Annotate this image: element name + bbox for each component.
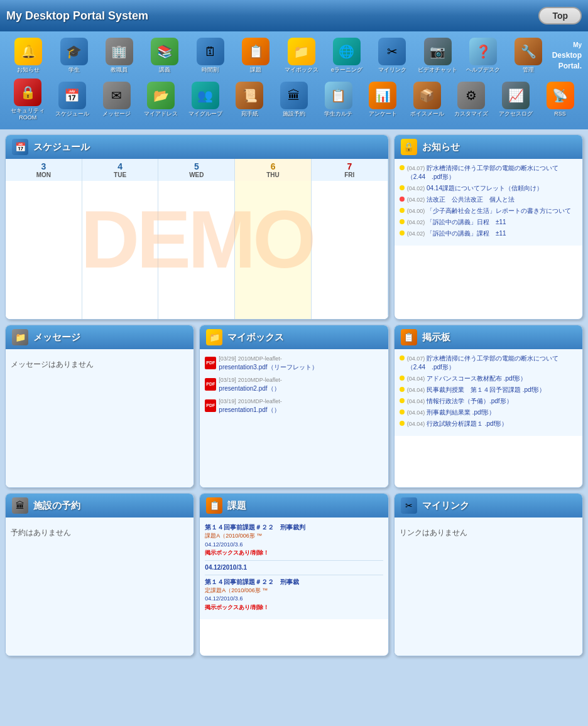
notice-link[interactable]: 法改正 公共法改正 個人と法	[427, 196, 514, 203]
mybox-filename[interactable]: presentation1.pdf（）	[219, 406, 280, 413]
nav-item-スケジュール[interactable]: 📅 スケジュール	[51, 80, 94, 119]
bul-content: (04.04) 民事裁判授業 第１４回予習課題 .pdf形）	[407, 386, 546, 394]
task-item: 第１４回事前課題＃２２ 刑事裁判課題A（2010/006形 ™04.12/201…	[205, 523, 383, 558]
task-title-link[interactable]: 04.12/2010/3.1	[205, 563, 383, 572]
nav-item-マイボックス[interactable]: 📁 マイボックス	[279, 36, 323, 75]
notice-link[interactable]: 「訴訟中の講義」日程 ±11	[427, 219, 506, 225]
nav-icon: ✂	[378, 38, 406, 65]
nav-item-教職員[interactable]: 🏢 教職員	[97, 36, 141, 75]
notice-dot	[400, 219, 405, 224]
bulletin-link[interactable]: 民事裁判授業 第１４回予習課題 .pdf形）	[427, 386, 545, 393]
bulletin-item: (04.04) 刑事裁判結果業 .pdf形）	[400, 408, 577, 417]
nav-item-学生カルテ[interactable]: 📋 学生カルテ	[317, 80, 360, 119]
nav-icon: ✉	[103, 82, 131, 109]
mybox-header: 📁 マイボックス	[200, 325, 388, 349]
notice-content: (04.02) 法改正 公共法改正 個人と法	[407, 195, 514, 204]
pdf-icon: PDF	[205, 357, 216, 369]
nav-label: マイリンク	[378, 67, 406, 73]
message-empty: メッセージはありません	[11, 354, 188, 375]
nav-item-アクセスログ[interactable]: 📈 アクセスログ	[494, 80, 538, 119]
task-sub1[interactable]: 課題A（2010/006形 ™	[205, 532, 383, 541]
mylink-empty: リンクはありません	[400, 523, 577, 543]
cal-header-MON: 3MON	[6, 159, 82, 181]
bulletin-title: 掲示板	[422, 332, 450, 344]
notice-link[interactable]: 04.14課題についてフレット（信頼向け）	[427, 185, 543, 192]
nav-item-アンケート[interactable]: 📊 アンケート	[361, 80, 405, 119]
nav-item-宛手紙[interactable]: 📜 宛手紙	[228, 80, 271, 119]
notice-dot	[400, 185, 405, 190]
oknowledge-icon: 🔒	[401, 139, 417, 155]
nav-item-メッセージ[interactable]: ✉ メッセージ	[95, 80, 138, 119]
task-title-link[interactable]: 第１４回事前課題＃２２ 刑事裁	[205, 577, 383, 587]
bulletin-link[interactable]: 刑事裁判結果業 .pdf形）	[427, 409, 495, 416]
task-title-link[interactable]: 第１４回事前課題＃２２ 刑事裁判	[205, 523, 383, 532]
mybox-icon: 📁	[206, 329, 222, 345]
bulletin-link[interactable]: アドバンスコース教材配布 .pdf形）	[427, 375, 526, 382]
task-sub1[interactable]: 定課題A（2010/006形 ™	[205, 587, 383, 595]
bulletin-link[interactable]: 貯水槽清掃に伴う工学部の電能の断水について（2.44 .pdf形）	[407, 355, 558, 371]
nav-logo: MyDesktopPortal.	[552, 40, 582, 72]
mybox-item[interactable]: PDF [03/19] 2010MDP-leaflet- presentatio…	[205, 376, 383, 393]
nav-item-eラーニング[interactable]: 🌐 eラーニング	[325, 36, 369, 75]
nav-item-マイグループ[interactable]: 👥 マイグループ	[183, 80, 227, 119]
nav-item-マイアドレス[interactable]: 📂 マイアドレス	[139, 80, 183, 119]
bul-content: (04.04) 情報行政法学（予備）.pdf形）	[407, 397, 513, 406]
notice-item: (04.02) 「訴訟中の講義」課程 ±11	[400, 229, 577, 238]
notice-link[interactable]: 「少子高齢社会と生活」レポートの書き方について	[427, 207, 571, 214]
top-button[interactable]: Top	[538, 7, 582, 24]
nav-item-ヘルプデスク[interactable]: ❓ ヘルプデスク	[461, 36, 505, 75]
mybox-item[interactable]: PDF [03/29] 2010MDP-leaflet- presentatio…	[205, 354, 383, 372]
task-separator	[205, 560, 383, 561]
nav-item-カスタマイズ[interactable]: ⚙ カスタマイズ	[450, 80, 493, 119]
facility-body: 予約はありません	[6, 517, 193, 656]
nav-item-マイリンク[interactable]: ✂ マイリンク	[370, 36, 414, 75]
nav-item-お知らせ[interactable]: 🔔 お知らせ	[6, 36, 50, 75]
message-body: メッセージはありません	[6, 349, 193, 487]
notice-link[interactable]: 貯水槽清掃に伴う工学部の電能の断水について（2.44 .pdf形）	[407, 165, 558, 180]
nav-label: 時間割	[202, 67, 219, 73]
bulletin-link[interactable]: 行政試験分析課題１ .pdf形）	[427, 420, 508, 427]
nav-icon: 📜	[236, 82, 263, 109]
nav-item-ボイスメール[interactable]: 📦 ボイスメール	[405, 80, 449, 119]
nav-row-1: 🔔 お知らせ 🎓 学生 🏢 教職員 📚 講義 🗓 時間割 📋 課題 📁 マイボッ…	[6, 36, 582, 75]
nav-item-RSS[interactable]: 📡 RSS	[538, 80, 582, 119]
bulletin-body: (04.07) 貯水槽清掃に伴う工学部の電能の断水について（2.44 .pdf形…	[395, 349, 582, 436]
nav-item-ビデオチャット[interactable]: 📷 ビデオチャット	[416, 36, 460, 75]
nav-label: カスタマイズ	[454, 111, 488, 117]
facility-header: 🏛 施設の予約	[6, 494, 193, 517]
nav-item-課題[interactable]: 📋 課題	[234, 36, 278, 75]
notice-dot	[400, 208, 405, 213]
task-sub2: 04.12/2010/3.6	[205, 541, 383, 550]
nav-item-時間割[interactable]: 🗓 時間割	[188, 36, 232, 75]
nav-icon: 🎓	[60, 38, 88, 65]
nav-item-施設予約[interactable]: 🏛 施設予約	[273, 80, 316, 119]
mybox-file-info: [03/19] 2010MDP-leaflet- presentation1.p…	[219, 397, 281, 414]
cal-body-WED	[158, 181, 235, 319]
nav-item-講義[interactable]: 📚 講義	[143, 36, 187, 75]
nav-icon: 🏢	[106, 38, 133, 65]
notice-link[interactable]: 「訴訟中の講義」課程 ±11	[427, 230, 506, 237]
bulletin-link[interactable]: 情報行政法学（予備）.pdf形）	[427, 398, 513, 404]
notice-item: (04.02) 「訴訟中の講義」日程 ±11	[400, 218, 577, 227]
nav-item-セキュリティROOM[interactable]: 🔒 セキュリティROOM	[6, 77, 50, 122]
header: My Desktop Portal System Top	[0, 0, 588, 31]
nav-label: マイアドレス	[144, 111, 178, 117]
bulletin-item: (04.07) 貯水槽清掃に伴う工学部の電能の断水について（2.44 .pdf形…	[400, 354, 577, 372]
task-action[interactable]: 掲示ボックスあり/削除！	[205, 604, 383, 612]
nav-icon: 📋	[325, 82, 352, 109]
nav-icon: 📅	[58, 82, 86, 109]
bul-dot	[400, 376, 405, 381]
schedule-icon: 📅	[12, 139, 28, 155]
mybox-filename[interactable]: presentation2.pdf（）	[219, 385, 280, 392]
message-title: メッセージ	[33, 332, 80, 344]
oknowledge-body: (04.07) 貯水槽清掃に伴う工学部の電能の断水について（2.44 .pdf形…	[395, 159, 582, 246]
mybox-item[interactable]: PDF [03/19] 2010MDP-leaflet- presentatio…	[205, 397, 383, 414]
bulletin-item: (04.04) 民事裁判授業 第１４回予習課題 .pdf形）	[400, 386, 577, 394]
mybox-filename[interactable]: presentation3.pdf（リーフレット）	[219, 364, 317, 371]
nav-item-学生[interactable]: 🎓 学生	[52, 36, 95, 75]
task-action[interactable]: 掲示ボックスあり/削除！	[205, 549, 383, 558]
bul-dot	[400, 421, 405, 426]
schedule-title: スケジュール	[33, 141, 90, 153]
task-body: 第１４回事前課題＃２２ 刑事裁判課題A（2010/006形 ™04.12/201…	[200, 517, 388, 619]
nav-item-管理[interactable]: 🔧 管理	[506, 36, 550, 75]
